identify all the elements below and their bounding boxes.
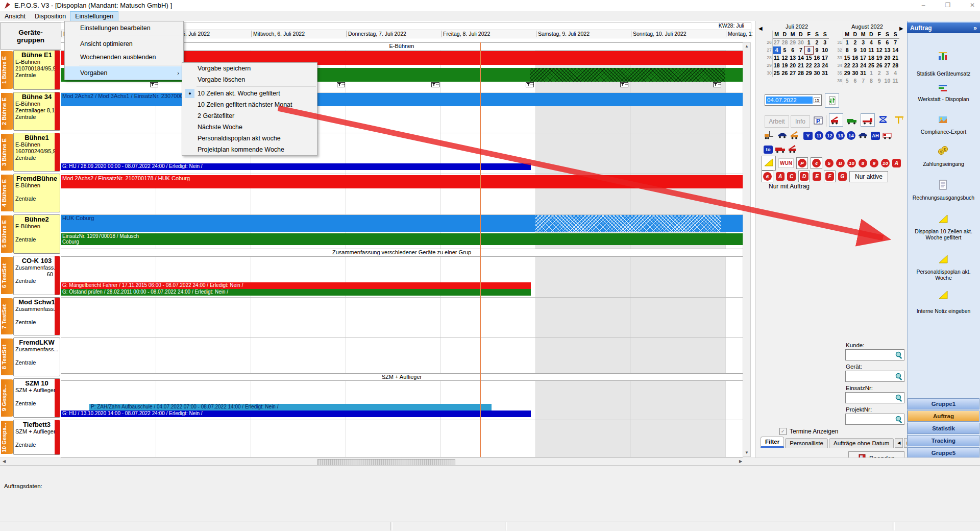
date-picker-icon[interactable]: 15 bbox=[814, 98, 820, 103]
scroll-up-icon[interactable]: ▲ bbox=[743, 43, 750, 50]
filter-badge-D[interactable]: D bbox=[800, 172, 808, 181]
filter-badge-10[interactable]: 10 bbox=[881, 159, 890, 167]
calendar-day-5[interactable]: 5 bbox=[843, 77, 851, 85]
magnifier-icon[interactable] bbox=[895, 351, 903, 360]
calendar-day-4[interactable]: 4 bbox=[891, 69, 899, 77]
filter-funnel-icon[interactable] bbox=[150, 82, 158, 87]
calendar-day-9[interactable]: 9 bbox=[851, 46, 860, 54]
nav-tracking[interactable]: Tracking bbox=[908, 435, 979, 446]
calendar-day-28[interactable]: 28 bbox=[891, 62, 899, 69]
truck-icon[interactable] bbox=[775, 143, 786, 155]
scroll-right-icon[interactable]: ▶ bbox=[737, 458, 744, 465]
calendar-next-icon[interactable]: ▶ bbox=[899, 26, 903, 31]
calendar-day-29[interactable]: 29 bbox=[843, 69, 851, 77]
menu-item-vorgaben[interactable]: Vorgaben› bbox=[65, 66, 183, 80]
calendar-day-10[interactable]: 10 bbox=[821, 46, 829, 54]
calendar-day-3[interactable]: 3 bbox=[884, 69, 892, 77]
termine-checkbox[interactable]: ✓ Termine Anzeigen bbox=[779, 428, 838, 435]
gantt-bar-3[interactable]: G: HU / 28.09.2020 00:00 - 08.07.2022 24… bbox=[61, 163, 531, 170]
badge-13[interactable]: 13 bbox=[836, 131, 845, 140]
filter-badge-C[interactable]: C bbox=[787, 172, 796, 181]
calendar-day-14[interactable]: 14 bbox=[797, 54, 805, 62]
calendar-day-13[interactable]: 13 bbox=[884, 46, 892, 54]
calendar-day-10[interactable]: 10 bbox=[884, 77, 892, 85]
nur-aktive-button[interactable]: Nur aktive bbox=[849, 171, 888, 182]
pressed-filter[interactable]: F bbox=[824, 171, 836, 182]
device-row-b-hne-e1[interactable]: 1 Bühne EBühne E1E-Bühnen210700184/95,92… bbox=[0, 50, 60, 90]
calendar-day-21[interactable]: 21 bbox=[891, 54, 899, 62]
submenu-item-projektplan-kommende-woche[interactable]: Projektplan kommende Woche bbox=[182, 144, 317, 155]
tab-filter[interactable]: Filter bbox=[761, 437, 784, 448]
magnifier-icon[interactable] bbox=[895, 415, 903, 425]
calendar-day-29[interactable]: 29 bbox=[789, 39, 797, 46]
menubar-item-ansicht[interactable]: Ansicht bbox=[0, 12, 30, 21]
filter-badge-G[interactable]: G bbox=[838, 172, 847, 181]
calendar-day-15[interactable]: 15 bbox=[843, 54, 851, 62]
refresh-button[interactable] bbox=[825, 93, 839, 108]
field-input-einsatznr[interactable] bbox=[845, 392, 904, 403]
flatbed-filter-button[interactable] bbox=[861, 113, 875, 127]
horizontal-scrollbar[interactable]: ◀ ▶ bbox=[0, 457, 980, 466]
shortcut-interne-notiz-eingeben-icon[interactable] bbox=[937, 289, 949, 301]
calendar-day-19[interactable]: 19 bbox=[875, 54, 884, 62]
device-row-co-k-103[interactable]: 6 TestSetCO-K 103Zusammenfass...60Zentra… bbox=[0, 256, 60, 295]
calendar-day-7[interactable]: 7 bbox=[891, 39, 899, 46]
calendar-day-1[interactable]: 1 bbox=[843, 39, 851, 46]
badge-to[interactable]: to bbox=[764, 146, 773, 154]
calendar-day-25[interactable]: 25 bbox=[773, 69, 781, 77]
calendar-day-11[interactable]: 11 bbox=[773, 54, 781, 62]
device-row-fremdlkw[interactable]: 8 TestSetFremdLKWZusammenfass... Zentral… bbox=[0, 337, 60, 376]
van-icon[interactable] bbox=[882, 130, 893, 141]
tab-aufträge-ohne-datum[interactable]: Aufträge ohne Datum bbox=[829, 438, 894, 448]
filter-badge-F[interactable]: F bbox=[825, 172, 834, 181]
calendar-day-18[interactable]: 18 bbox=[773, 62, 781, 69]
calendar-day-20[interactable]: 20 bbox=[884, 54, 892, 62]
calendar-day-28[interactable]: 28 bbox=[781, 39, 789, 46]
calendar-day-31[interactable]: 31 bbox=[859, 69, 867, 77]
maximize-button[interactable]: ❐ bbox=[940, 1, 956, 10]
shortcut-dispoplan-10-zeilen-akt-woche-gefiltert-icon[interactable] bbox=[937, 213, 949, 225]
calendar-day-27[interactable]: 27 bbox=[789, 69, 797, 77]
filter-badge-6[interactable]: 6 bbox=[763, 172, 772, 181]
scroll-left-icon[interactable]: ◀ bbox=[1, 458, 8, 465]
pressed-filter[interactable]: D bbox=[798, 171, 810, 182]
filter-funnel-icon[interactable] bbox=[431, 82, 439, 87]
device-row-b-hne2[interactable]: 5 Bühne EBühne2E-Bühnen Zentrale bbox=[0, 214, 60, 254]
calendar-day-22[interactable]: 22 bbox=[805, 62, 813, 69]
device-row-fremdb-hne[interactable]: 4 Bühne EFremdBühneE-Bühnen Zentrale bbox=[0, 174, 60, 212]
pressed-filter[interactable]: 4 bbox=[811, 157, 822, 169]
tcrane-filter-button[interactable] bbox=[892, 114, 905, 126]
shortcut-werkstatt-dispoplan-icon[interactable] bbox=[937, 83, 949, 95]
calendar-day-26[interactable]: 26 bbox=[781, 69, 789, 77]
calendar-day-16[interactable]: 16 bbox=[813, 54, 821, 62]
calendar-day-6[interactable]: 6 bbox=[789, 46, 797, 54]
calendar-day-21[interactable]: 21 bbox=[797, 62, 805, 69]
checkbox-icon[interactable]: ✓ bbox=[779, 428, 787, 435]
calendar-day-27[interactable]: 27 bbox=[773, 39, 781, 46]
gantt-bar-6[interactable]: EinsatzNr. 1209700018 / MatuschCoburg bbox=[61, 233, 745, 245]
badge-12[interactable]: 12 bbox=[825, 131, 834, 140]
calendar-day-17[interactable]: 17 bbox=[859, 54, 867, 62]
gantt-bar-7[interactable]: G: Mängelbericht Fahrer / 17.11.2015 06:… bbox=[61, 282, 531, 289]
device-row-tiefbett3[interactable]: 10 Gespa...Tiefbett3SZM + Auflieger Zent… bbox=[0, 420, 60, 455]
filter-funnel-icon[interactable] bbox=[337, 82, 345, 87]
triangle-filter-icon[interactable] bbox=[763, 157, 774, 169]
device-row-mod-schw1[interactable]: 7 TestSetMod Schw1Zusammenfass... Zentra… bbox=[0, 297, 60, 335]
shortcut-compliance-export-icon[interactable] bbox=[937, 115, 949, 127]
tab-scroll-left-icon[interactable]: ◀ bbox=[895, 438, 903, 448]
car-icon[interactable] bbox=[777, 130, 788, 141]
calendar-day-24[interactable]: 24 bbox=[821, 62, 829, 69]
gantt-bar-8[interactable]: G: Ölstand prüfen / 28.02.2011 00:00 - 0… bbox=[61, 289, 531, 296]
badge-11[interactable]: 11 bbox=[815, 131, 823, 140]
pressed-filter[interactable]: P bbox=[796, 157, 808, 169]
badge-AH[interactable]: AH bbox=[871, 132, 880, 140]
gantt-bar-4[interactable]: Mod 2Achs2 / EinsatzNr. 210700178 / HUK … bbox=[61, 175, 745, 188]
calendar-day-2[interactable]: 2 bbox=[875, 69, 884, 77]
calendar-day-8[interactable]: 8 bbox=[843, 46, 851, 54]
field-input-kunde[interactable] bbox=[845, 349, 904, 360]
calendar-day-9[interactable]: 9 bbox=[875, 77, 884, 85]
calendar-day-18[interactable]: 18 bbox=[867, 54, 875, 62]
arbeit-button[interactable]: Arbeit bbox=[765, 115, 789, 128]
menu-item-wochenenden-ausblenden[interactable]: Wochenenden ausblenden bbox=[65, 51, 183, 64]
calendar-day-16[interactable]: 16 bbox=[851, 54, 860, 62]
